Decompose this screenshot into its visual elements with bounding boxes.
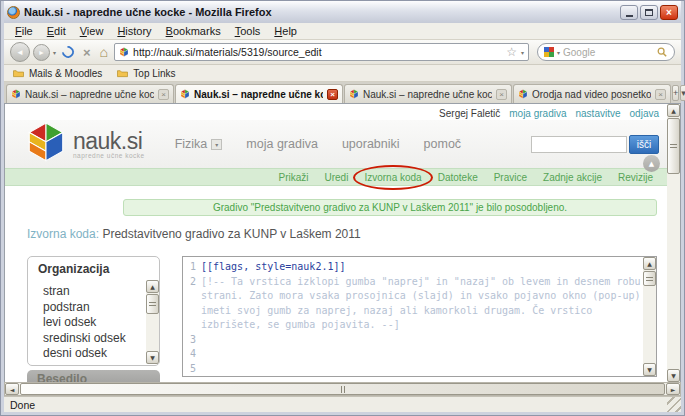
bookmark-star-icon[interactable]: ☆: [506, 46, 517, 58]
url-input[interactable]: [133, 46, 502, 58]
site-search-input[interactable]: [531, 136, 627, 153]
nav-moja-gradiva[interactable]: moja gradiva: [246, 137, 318, 151]
code-comment[interactable]: [!-- Ta vrstica izklopi gumba "naprej" i…: [201, 275, 643, 333]
search-engine-dropdown-icon[interactable]: ▾: [557, 49, 560, 56]
nav-uporabniki[interactable]: uporabniki: [342, 137, 400, 151]
sidebar-item-sredinski-odsek[interactable]: sredinski odsek: [43, 331, 146, 347]
sidebar-item-levi-odsek[interactable]: levi odsek: [43, 315, 146, 331]
scroll-up-icon[interactable]: ▲: [643, 257, 656, 270]
organizacija-list: stran podstran levi odsek sredinski odse…: [28, 280, 146, 364]
logo-tagline: napredne učne kocke: [73, 152, 145, 159]
scroll-down-icon[interactable]: ▼: [146, 351, 159, 364]
tab-4[interactable]: Orodja nad video posnetkom in sliko... ×: [513, 84, 671, 103]
nav-fizika[interactable]: Fizika▾: [175, 137, 223, 151]
tab-datoteke[interactable]: Datoteke: [438, 172, 478, 183]
tab-zadnje-akcije[interactable]: Zadnje akcije: [543, 172, 602, 183]
tab-favicon: [180, 89, 190, 100]
back-button[interactable]: ◄: [10, 42, 30, 62]
minimize-icon: [626, 15, 633, 17]
url-bar[interactable]: ☆ ▾: [114, 43, 529, 61]
tab-close-icon[interactable]: ×: [327, 89, 338, 100]
tab-uredi[interactable]: Uredi: [325, 172, 349, 183]
page-vertical-scrollbar[interactable]: ▲ ▼: [667, 104, 680, 382]
tab-close-icon[interactable]: ×: [655, 89, 666, 100]
tab-revizije[interactable]: Revizije: [618, 172, 653, 183]
scroll-left-icon[interactable]: ◄: [5, 383, 19, 395]
window-title: Nauk.si - napredne učne kocke - Mozilla …: [24, 6, 616, 18]
scroll-up-icon[interactable]: ▲: [667, 104, 680, 117]
scroll-down-icon[interactable]: ▼: [667, 369, 680, 382]
close-icon: ×: [666, 7, 672, 18]
history-dropdown-icon[interactable]: ▾: [53, 49, 56, 56]
tab-3[interactable]: Nauk.si – napredne učne kocke ×: [344, 84, 512, 103]
link-nastavitve[interactable]: nastavitve: [576, 108, 621, 119]
menu-view[interactable]: View: [73, 24, 111, 38]
sidebar-scrollbar[interactable]: ▲ ▼: [146, 280, 159, 364]
list-all-tabs-button[interactable]: ▾: [680, 85, 685, 101]
sidebar-item-desni-odsek[interactable]: desni odsek: [43, 346, 146, 362]
tab-izvorna-koda[interactable]: Izvorna koda: [364, 172, 421, 183]
stop-icon[interactable]: ×: [83, 45, 91, 60]
code-line[interactable]: [201, 347, 643, 362]
scroll-thumb[interactable]: [20, 383, 665, 395]
forward-button[interactable]: ►: [33, 44, 50, 61]
menu-history[interactable]: History: [110, 24, 158, 38]
tab-label: Nauk.si – napredne učne kocke: [25, 89, 154, 100]
tab-1[interactable]: Nauk.si – napredne učne kocke ×: [6, 84, 174, 103]
sidebar-item-podstran[interactable]: podstran: [43, 300, 146, 316]
tab-prikazi[interactable]: Prikaži: [278, 172, 308, 183]
new-tab-button[interactable]: +: [672, 85, 679, 101]
link-moja-gradiva[interactable]: moja gradiva: [509, 108, 566, 119]
notification-banner: Gradivo "Predstavitveno gradivo za KUNP …: [123, 199, 657, 216]
menu-edit[interactable]: Edit: [40, 24, 73, 38]
scroll-thumb[interactable]: [667, 118, 680, 174]
content-viewport: Sergej Faletič moja gradiva nastavitve o…: [4, 103, 681, 382]
site-header: nauk.si napredne učne kocke Fizika▾ moja…: [5, 120, 667, 168]
tab-close-icon[interactable]: ×: [496, 89, 507, 100]
link-odjava[interactable]: odjava: [630, 108, 659, 119]
scroll-down-icon[interactable]: ▼: [643, 363, 656, 376]
editor-scrollbar[interactable]: ▲ ▼: [643, 257, 656, 376]
scroll-to-top-button[interactable]: ▲: [643, 155, 660, 172]
source-code-editor[interactable]: 1[[flags, style=nauk2.1]] 2[!-- Ta vrsti…: [182, 256, 657, 377]
menu-help[interactable]: Help: [267, 24, 304, 38]
chevron-down-icon[interactable]: ▾: [211, 139, 222, 150]
code-line[interactable]: [201, 362, 643, 377]
tab-close-icon[interactable]: ×: [158, 89, 169, 100]
bookmark-folder-top-links[interactable]: Top Links: [116, 68, 175, 79]
code-line[interactable]: [[flags, style=nauk2.1]]: [201, 260, 643, 275]
tab-pravice[interactable]: Pravice: [494, 172, 527, 183]
tab-2-active[interactable]: Nauk.si – napredne učne kocke ×: [175, 84, 343, 103]
besedilo-panel-header[interactable]: Besedilo: [27, 370, 160, 382]
resize-grip[interactable]: [667, 397, 681, 412]
menu-file[interactable]: File: [8, 24, 40, 38]
isci-button[interactable]: išči: [629, 135, 659, 154]
menu-bookmarks[interactable]: Bookmarks: [159, 24, 228, 38]
title-bar[interactable]: Nauk.si - napredne učne kocke - Mozilla …: [4, 1, 681, 23]
magnifier-icon[interactable]: [657, 47, 668, 58]
menu-tools[interactable]: Tools: [228, 24, 268, 38]
reload-icon[interactable]: [60, 44, 77, 61]
panel-title: Besedilo: [37, 372, 87, 382]
home-icon[interactable]: ⌂: [100, 44, 108, 60]
scroll-thumb[interactable]: [146, 294, 159, 314]
code-line[interactable]: [201, 333, 643, 348]
tab-label: Nauk.si – napredne učne kocke: [194, 89, 323, 100]
nav-pomoc[interactable]: pomoč: [424, 137, 462, 151]
search-bar[interactable]: ▾: [537, 43, 675, 61]
tab-favicon: [518, 89, 528, 100]
code-area[interactable]: 1[[flags, style=nauk2.1]] 2[!-- Ta vrsti…: [183, 257, 643, 376]
close-button[interactable]: ×: [660, 5, 678, 20]
scroll-thumb[interactable]: [643, 271, 656, 286]
scroll-right-icon[interactable]: ►: [666, 383, 680, 395]
line-number: 5: [183, 362, 201, 377]
search-input[interactable]: [563, 47, 654, 58]
bookmark-folder-mails-moodles[interactable]: Mails & Moodles: [12, 68, 102, 79]
page-horizontal-scrollbar[interactable]: ◄ ►: [4, 382, 681, 396]
restore-button[interactable]: [640, 5, 658, 20]
scroll-up-icon[interactable]: ▲: [146, 280, 159, 293]
sidebar-item-stran[interactable]: stran: [43, 284, 146, 300]
minimize-button[interactable]: [620, 5, 638, 20]
url-dropdown-icon[interactable]: ▾: [521, 49, 524, 56]
nauk-logo[interactable]: nauk.si napredne učne kocke: [25, 121, 145, 167]
